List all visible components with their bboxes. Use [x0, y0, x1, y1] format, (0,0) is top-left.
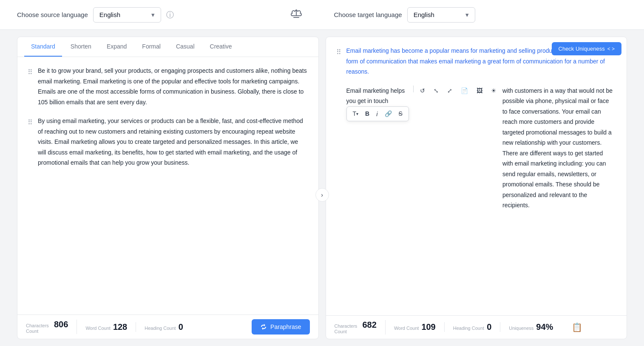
right-paragraph-block-2: Email marketing helps you get in touch T… [336, 86, 617, 211]
tab-shorten[interactable]: Shorten [64, 37, 98, 57]
paragraph-block-1: ⠿ Be it to grow your brand, sell your pr… [28, 66, 308, 107]
left-words-stat: Word Count 128 [85, 322, 136, 332]
paraphrase-label: Paraphrase [270, 323, 301, 330]
paragraph-2-text: By using email marketing, your services … [38, 116, 308, 168]
right-chars-value: 682 [363, 320, 377, 330]
tab-casual[interactable]: Casual [169, 37, 201, 57]
left-chars-value: 806 [54, 320, 68, 329]
toolbar-refresh-btn[interactable]: ↺ [417, 86, 428, 96]
right-heading-label: Heading Count [453, 325, 484, 331]
left-panel: Standard Shorten Expand Formal Casual Cr… [17, 37, 319, 339]
toolbar-bold-btn[interactable]: B [363, 109, 372, 119]
drag-handle-2[interactable]: ⠿ [28, 117, 33, 168]
tab-formal[interactable]: Formal [135, 37, 167, 57]
upload-icon[interactable] [291, 9, 302, 21]
check-uniqueness-label: Check Uniqueness [559, 46, 605, 52]
top-bar: Choose source language English ▾ ⓘ Choos… [0, 0, 644, 30]
floating-toolbar: T ▾ B i 🔗 S [346, 106, 409, 121]
right-panel: Check Uniqueness < > ⠿ Email marketing h… [326, 37, 627, 339]
source-label: Choose source language [17, 11, 88, 18]
left-text-content: ⠿ Be it to grow your brand, sell your pr… [17, 57, 318, 315]
tab-creative[interactable]: Creative [203, 37, 239, 57]
toolbar-settings-btn[interactable]: ☀ [488, 86, 499, 96]
source-chevron-icon: ▾ [151, 11, 155, 19]
left-words-label: Word Count [85, 325, 111, 331]
right-drag-handle-1[interactable]: ⠿ [336, 46, 341, 77]
source-lang-value: English [99, 11, 120, 18]
target-label: Choose target language [334, 11, 402, 18]
paragraph-block-2: ⠿ By using email marketing, your service… [28, 116, 308, 168]
right-para-2-inline-content: Email marketing helps you get in touch [346, 87, 405, 105]
toolbar-strike-btn[interactable]: S [396, 109, 405, 119]
right-bottom-bar: Characters Count 682 Word Count 109 Head… [326, 315, 627, 339]
right-paragraph-2-text: Email marketing helps you get in touch T… [346, 86, 409, 121]
right-chars-stat: Characters Count 682 [335, 320, 386, 335]
left-words-value: 128 [113, 322, 127, 332]
left-chars-label: Characters Count [26, 323, 51, 334]
right-heading-value: 0 [487, 322, 491, 332]
target-language-select[interactable]: English ▾ [407, 7, 475, 23]
target-lang-value: English [414, 11, 434, 18]
check-angle-icons: < > [607, 46, 615, 52]
right-words-label: Word Count [394, 325, 419, 331]
right-text-content: ⠿ Email marketing has become a popular m… [326, 37, 627, 315]
info-icon[interactable]: ⓘ [166, 10, 174, 20]
left-chars-stat: Characters Count 806 [26, 320, 77, 334]
toolbar-italic-btn[interactable]: i [374, 109, 380, 119]
center-arrow-button[interactable]: › [315, 188, 329, 202]
right-para-2-rest: with customers in a way that would not b… [502, 86, 613, 211]
target-chevron-icon: ▾ [465, 11, 469, 19]
source-section: Choose source language English ▾ ⓘ [17, 7, 310, 23]
right-para-2-row: Email marketing helps you get in touch T… [346, 86, 617, 211]
right-words-stat: Word Count 109 [394, 322, 445, 332]
toolbar-format-btn[interactable]: T ▾ [350, 109, 361, 119]
drag-handle-1[interactable]: ⠿ [28, 66, 33, 107]
left-bottom-bar: Characters Count 806 Word Count 128 Head… [17, 315, 318, 339]
check-uniqueness-button[interactable]: Check Uniqueness < > [552, 42, 621, 55]
right-heading-stat: Heading Count 0 [453, 322, 501, 332]
paragraph-1-text: Be it to grow your brand, sell your prod… [38, 66, 308, 107]
toolbar-shrink-btn[interactable]: ⤡ [431, 86, 441, 96]
tab-standard[interactable]: Standard [24, 37, 62, 57]
source-language-select[interactable]: English ▾ [93, 7, 161, 23]
tab-expand[interactable]: Expand [100, 37, 133, 57]
tabs-bar: Standard Shorten Expand Formal Casual Cr… [17, 37, 318, 57]
left-heading-value: 0 [179, 322, 183, 332]
right-uniqueness-stat: Uniqueness 94% [509, 322, 562, 332]
toolbar-link-btn[interactable]: 🔗 [382, 109, 394, 119]
panels-wrapper: Standard Shorten Expand Formal Casual Cr… [0, 30, 644, 346]
right-para-2-wrapper: Email marketing helps you get in touch T… [336, 86, 617, 211]
toolbar-image-btn[interactable]: 🖼 [474, 86, 485, 96]
right-uniqueness-label: Uniqueness [509, 325, 533, 331]
paraphrase-button[interactable]: Paraphrase [252, 319, 309, 335]
toolbar-expand-btn[interactable]: ⤢ [445, 86, 455, 96]
right-uniqueness-value: 94% [536, 322, 553, 332]
left-heading-stat: Heading Count 0 [145, 322, 192, 332]
right-words-value: 109 [421, 322, 435, 332]
target-section: Choose target language English ▾ [317, 7, 627, 23]
right-chars-label: Characters Count [335, 323, 360, 335]
toolbar-doc-btn[interactable]: 📄 [458, 86, 471, 96]
left-heading-label: Heading Count [145, 325, 176, 331]
copy-button[interactable]: 📋 [570, 320, 584, 334]
